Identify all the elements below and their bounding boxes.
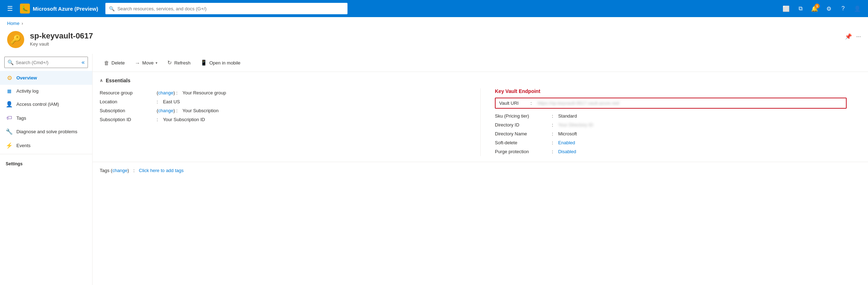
more-options-icon[interactable]: ··· <box>856 33 861 40</box>
dashboard-icon-btn[interactable]: ⧉ <box>794 2 807 15</box>
delete-label: Delete <box>111 60 125 66</box>
soft-delete-label: Soft-delete <box>495 140 552 145</box>
resource-title-block: sp-keyvault-0617 Key vault <box>30 31 839 47</box>
subscription-id-value: Your Subscription ID <box>163 117 205 122</box>
soft-delete-value: Enabled <box>558 140 575 145</box>
field-purge-protection: Purge protection : Disabled <box>495 147 861 156</box>
open-mobile-label: Open in mobile <box>209 60 240 66</box>
directory-name-value: Microsoft <box>558 131 577 136</box>
move-dropdown-arrow: ▾ <box>156 61 157 65</box>
move-button[interactable]: → Move ▾ <box>131 58 162 68</box>
refresh-button[interactable]: ↻ Refresh <box>163 57 195 68</box>
field-subscription: Subscription (change) : Your Subscriptio… <box>100 106 480 115</box>
essentials-right: Key Vault Endpoint Vault URI : https://s… <box>480 88 861 156</box>
search-icon: 🔍 <box>109 6 115 11</box>
main-content: 🔍 « ⊙ Overview ▦ Activity log 👤 Access c… <box>0 54 868 285</box>
resource-group-change-link[interactable]: change <box>158 90 173 95</box>
mobile-icon: 📱 <box>200 59 207 66</box>
sidebar-item-access-control[interactable]: 👤 Access control (IAM) <box>0 97 92 111</box>
sku-label: Sku (Pricing tier) <box>495 113 552 119</box>
sidebar-item-overview-label: Overview <box>16 75 37 81</box>
activity-log-icon: ▦ <box>6 88 13 94</box>
resource-header-actions: 📌 ··· <box>845 31 861 40</box>
resource-group-label: Resource group <box>100 90 157 95</box>
field-directory-id: Directory ID : Your Directory ID <box>495 120 861 129</box>
page-wrapper: Home › 🔑 sp-keyvault-0617 Key vault 📌 ··… <box>0 17 868 285</box>
essentials-grid: Resource group (change) : Your Resource … <box>100 88 861 156</box>
global-search-bar[interactable]: 🔍 <box>105 3 347 14</box>
delete-icon: 🗑 <box>104 60 109 66</box>
breadcrumb: Home › <box>0 17 868 30</box>
sidebar-item-overview[interactable]: ⊙ Overview <box>0 71 92 85</box>
account-btn[interactable]: 👤 <box>851 2 864 15</box>
portal-icon-btn[interactable]: ⬜ <box>780 2 793 15</box>
diagnose-icon: 🔧 <box>6 128 13 135</box>
access-control-icon: 👤 <box>6 101 13 108</box>
app-title: Microsoft Azure (Preview) <box>33 6 98 12</box>
tags-row: Tags (change) : Click here to add tags <box>100 168 861 173</box>
content-panel: 🗑 Delete → Move ▾ ↻ Refresh 📱 Open in mo… <box>93 54 868 285</box>
sidebar-item-events[interactable]: ⚡ Events <box>0 139 92 152</box>
sidebar-item-diagnose-label: Diagnose and solve problems <box>16 129 77 134</box>
subscription-change-link[interactable]: change <box>158 108 173 113</box>
tags-change-link[interactable]: change <box>112 168 127 173</box>
sidebar-item-activity-log[interactable]: ▦ Activity log <box>0 85 92 97</box>
tags-label: Tags (change) <box>100 168 129 173</box>
sidebar-item-events-label: Events <box>16 143 31 148</box>
sidebar-item-diagnose[interactable]: 🔧 Diagnose and solve problems <box>0 125 92 139</box>
settings-section-label: Settings <box>0 156 92 168</box>
kv-endpoint-title: Key Vault Endpoint <box>495 88 847 94</box>
directory-id-label: Directory ID <box>495 122 552 128</box>
tags-nav-icon: 🏷 <box>6 115 13 121</box>
hamburger-menu[interactable]: ☰ <box>4 3 16 14</box>
delete-button[interactable]: 🗑 Delete <box>100 58 129 68</box>
sidebar-search-bar[interactable]: 🔍 « <box>4 57 88 68</box>
tags-add-link[interactable]: Click here to add tags <box>139 168 184 173</box>
field-sku: Sku (Pricing tier) : Standard <box>495 112 861 120</box>
move-label: Move <box>142 60 154 66</box>
breadcrumb-separator: › <box>22 21 23 26</box>
subscription-value: Your Subscription <box>183 108 219 113</box>
section-header: ∧ Essentials <box>100 78 861 83</box>
sidebar-search-input[interactable] <box>16 60 78 65</box>
help-btn[interactable]: ? <box>837 2 849 15</box>
tags-section: Tags (change) : Click here to add tags <box>93 162 868 179</box>
key-icon: 🔑 <box>10 35 21 45</box>
sidebar-item-tags[interactable]: 🏷 Tags <box>0 111 92 125</box>
essentials-left: Resource group (change) : Your Resource … <box>100 88 480 156</box>
resource-header: 🔑 sp-keyvault-0617 Key vault 📌 ··· <box>0 30 868 54</box>
open-mobile-button[interactable]: 📱 Open in mobile <box>196 57 245 68</box>
events-icon: ⚡ <box>6 142 13 149</box>
sidebar-item-activity-log-label: Activity log <box>16 88 38 94</box>
resource-name: sp-keyvault-0617 <box>30 31 839 41</box>
pin-icon[interactable]: 📌 <box>845 33 852 40</box>
top-bar-icon-group: ⬜ ⧉ 🔔 1 ⚙ ? 👤 <box>780 2 864 15</box>
sidebar-collapse-btn[interactable]: « <box>82 59 85 66</box>
sidebar-divider <box>0 154 92 154</box>
notifications-btn[interactable]: 🔔 1 <box>808 2 821 15</box>
subscription-id-label: Subscription ID <box>100 117 157 122</box>
essentials-collapse-icon[interactable]: ∧ <box>100 78 103 83</box>
field-resource-group: Resource group (change) : Your Resource … <box>100 88 480 97</box>
refresh-icon: ↻ <box>167 59 172 66</box>
essentials-title: Essentials <box>106 78 130 83</box>
sidebar: 🔍 « ⊙ Overview ▦ Activity log 👤 Access c… <box>0 54 93 285</box>
vault-uri-box: Vault URI : https://sp-keyvault-0617.vau… <box>495 98 847 109</box>
toolbar: 🗑 Delete → Move ▾ ↻ Refresh 📱 Open in mo… <box>93 54 868 72</box>
breadcrumb-home[interactable]: Home <box>7 21 20 26</box>
global-search-input[interactable] <box>117 6 344 11</box>
purge-protection-label: Purge protection <box>495 149 552 154</box>
field-soft-delete: Soft-delete : Enabled <box>495 138 861 147</box>
subscription-label: Subscription <box>100 108 157 113</box>
location-label: Location <box>100 99 157 104</box>
essentials-section: ∧ Essentials Resource group (change) : Y… <box>93 72 868 162</box>
sidebar-item-access-control-label: Access control (IAM) <box>16 102 59 107</box>
sidebar-item-tags-label: Tags <box>16 115 26 121</box>
settings-btn[interactable]: ⚙ <box>822 2 835 15</box>
refresh-label: Refresh <box>174 60 190 66</box>
move-icon: → <box>135 60 140 66</box>
resource-type: Key vault <box>30 41 839 47</box>
top-nav-bar: ☰ 🐛 Microsoft Azure (Preview) 🔍 ⬜ ⧉ 🔔 1 … <box>0 0 868 17</box>
kv-endpoint-section: Key Vault Endpoint Vault URI : https://s… <box>495 88 861 112</box>
field-directory-name: Directory Name : Microsoft <box>495 129 861 138</box>
